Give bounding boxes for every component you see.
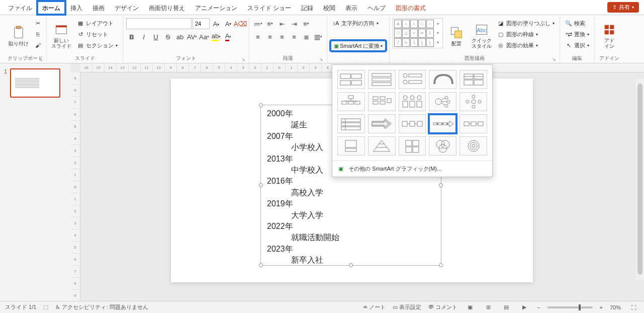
share-button[interactable]: ⇪共有▾ (607, 2, 639, 13)
tab-animations[interactable]: アニメーション (190, 1, 242, 15)
line-spacing-button[interactable]: ≡▾ (301, 18, 312, 29)
tab-transitions[interactable]: 画面切り替え (144, 1, 190, 15)
spacing-button[interactable]: AV▾ (187, 31, 198, 42)
dialog-launcher-icon[interactable]: ↘ (551, 57, 557, 62)
tab-review[interactable]: 校閲 (318, 1, 340, 15)
tab-help[interactable]: ヘルプ (362, 1, 391, 15)
slide-thumbnail-1[interactable]: 1 (4, 68, 66, 98)
normal-view-button[interactable]: ▣ (465, 303, 476, 312)
increase-font-button[interactable]: A▴ (211, 18, 222, 29)
italic-button[interactable]: I (138, 31, 149, 42)
dialog-launcher-icon[interactable]: ↘ (241, 57, 246, 62)
reset-button[interactable]: ↺リセット (75, 29, 120, 39)
smartart-vertical-box-list[interactable] (399, 70, 426, 89)
align-left-button[interactable]: ≡ (252, 31, 263, 42)
dialog-launcher-icon[interactable]: ↘ (319, 57, 324, 62)
section-button[interactable]: ▤セクション▾ (75, 40, 120, 50)
tab-record[interactable]: 記録 (296, 1, 318, 15)
find-button[interactable]: 🔍検索 (563, 18, 591, 28)
convert-to-smartart-button[interactable]: ▣ SmartArt に変換 ▾ (330, 40, 386, 51)
arrange-button[interactable]: 配置 (445, 18, 468, 51)
indent-inc-button[interactable]: ⇥ (289, 18, 300, 29)
align-center-button[interactable]: ≡ (264, 31, 275, 42)
shape-gallery[interactable]: A\\□○▾ □△⌐⇨⇩▾ ⤴∿⤵{}▾ (393, 18, 443, 48)
tab-home[interactable]: ホーム (37, 1, 65, 15)
tab-file[interactable]: ファイル (3, 1, 37, 15)
strike-button[interactable]: S (162, 31, 173, 42)
underline-button[interactable]: U (150, 31, 161, 42)
shape-outline-button[interactable]: ▢図形の枠線▾ (495, 29, 557, 39)
smartart-pyramid[interactable] (368, 136, 396, 155)
smartart-basic-timeline[interactable] (429, 114, 456, 133)
decrease-font-button[interactable]: A▾ (223, 18, 234, 29)
zoom-out-button[interactable]: − (537, 304, 540, 310)
zoom-in-button[interactable]: + (600, 304, 603, 310)
select-button[interactable]: ↖選択▾ (563, 40, 591, 50)
align-right-button[interactable]: ≡ (277, 31, 288, 42)
font-color-button[interactable]: A▾ (223, 31, 234, 42)
resize-handle[interactable] (259, 263, 263, 267)
highlight-button[interactable]: ab▾ (211, 31, 222, 42)
smartart-venn[interactable] (429, 136, 456, 155)
notes-button[interactable]: ≐ ノート (363, 303, 386, 311)
resize-handle[interactable] (439, 263, 443, 267)
columns-button[interactable]: ▥▾ (313, 31, 324, 42)
reading-view-button[interactable]: ▤ (501, 303, 512, 312)
sorter-view-button[interactable]: ⊞ (483, 303, 494, 312)
smartart-diverging-radial[interactable] (459, 92, 487, 111)
numbering-button[interactable]: ≡▾ (264, 18, 275, 29)
shape-effects-button[interactable]: ◎図形の効果▾ (495, 40, 557, 50)
smartart-horizontal-hierarchy[interactable] (368, 92, 396, 111)
smartart-process-arrows[interactable] (399, 114, 426, 133)
copy-button[interactable]: ⎘ (32, 29, 43, 39)
shape-fill-button[interactable]: ◪図形の塗りつぶし▾ (495, 18, 557, 28)
smartart-picture-strips[interactable] (399, 92, 426, 111)
addins-button[interactable]: アド イン (598, 18, 621, 51)
format-painter-button[interactable]: 🖌 (32, 40, 43, 50)
zoom-level[interactable]: 70% (610, 304, 621, 310)
zoom-slider-thumb[interactable] (579, 304, 581, 310)
accessibility-status[interactable]: ♿︎ アクセシビリティ: 問題ありません (55, 303, 148, 311)
vertical-scrollbar[interactable] (636, 79, 644, 280)
smartart-segmented-process[interactable] (337, 114, 365, 133)
text-direction-button[interactable]: ↕A文字列の方向▾ (330, 18, 386, 28)
slide-thumbnails[interactable]: 1 (0, 63, 70, 301)
smartart-alternating-flow[interactable] (459, 114, 487, 133)
new-slide-button[interactable]: 新しい スライド (50, 18, 73, 51)
tab-shape-format[interactable]: 図形の書式 (391, 1, 431, 15)
scrollbar-thumb[interactable] (637, 84, 642, 275)
smartart-picture-caption[interactable] (337, 136, 365, 155)
bullets-button[interactable]: ≔▾ (252, 18, 263, 29)
slideshow-view-button[interactable]: ▶ (519, 303, 530, 312)
cut-button[interactable]: ✂ (32, 18, 43, 28)
display-settings-button[interactable]: ▭ 表示設定 (393, 303, 421, 311)
smartart-basic-block-list[interactable] (337, 70, 365, 89)
replace-button[interactable]: ᵃ⇄置換▾ (563, 29, 591, 39)
justify-button[interactable]: ≡ (289, 31, 300, 42)
font-size-input[interactable] (193, 18, 210, 29)
tab-slideshow[interactable]: スライド ショー (242, 1, 296, 15)
indent-dec-button[interactable]: ⇤ (277, 18, 288, 29)
comments-button[interactable]: 💬︎ コメント (428, 303, 457, 311)
paste-button[interactable]: 貼り付け (7, 18, 30, 51)
shadow-button[interactable]: ab (174, 31, 186, 42)
case-button[interactable]: Aa▾ (199, 31, 210, 42)
dialog-launcher-icon[interactable]: ↘ (38, 57, 43, 62)
resize-handle[interactable] (259, 103, 263, 107)
tab-design[interactable]: デザイン (110, 1, 144, 15)
font-name-input[interactable] (126, 18, 192, 29)
fit-to-window-button[interactable]: ⛶ (628, 303, 639, 312)
clear-format-button[interactable]: A⌫ (235, 18, 246, 29)
resize-handle[interactable] (259, 183, 263, 187)
smartart-target[interactable] (459, 136, 487, 155)
resize-handle[interactable] (349, 263, 353, 267)
zoom-slider[interactable] (547, 306, 593, 308)
layout-button[interactable]: ▦レイアウト (75, 18, 120, 28)
smartart-vertical-bullet-list[interactable] (368, 70, 396, 89)
distribute-button[interactable]: ≣ (301, 31, 312, 42)
smartart-radial-cluster[interactable] (429, 92, 456, 111)
resize-handle[interactable] (439, 183, 443, 187)
tab-draw[interactable]: 描画 (87, 1, 110, 15)
language-indicator[interactable]: ⬚ (43, 304, 48, 310)
quick-style-button[interactable]: Abc クイック スタイル (470, 18, 493, 51)
